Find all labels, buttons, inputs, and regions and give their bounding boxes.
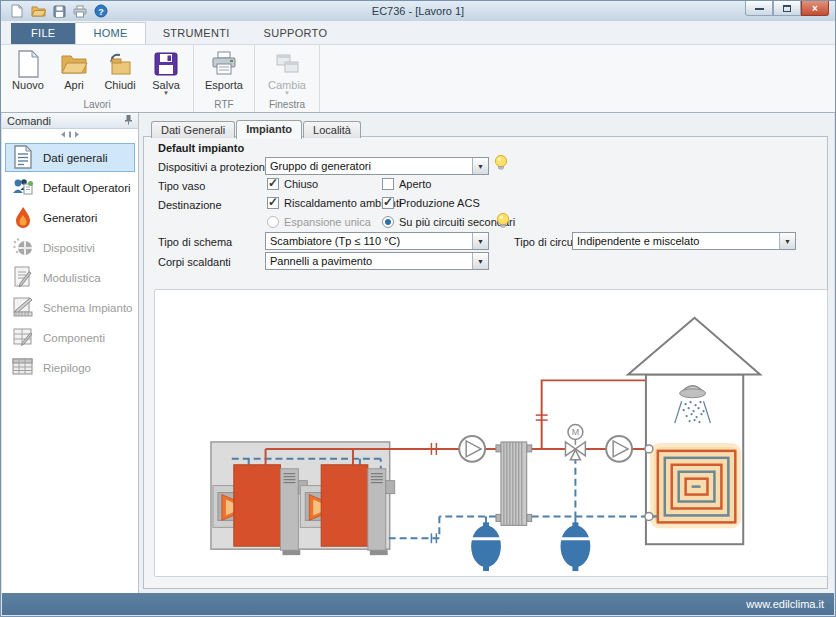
sidebar-item-modulistica[interactable]: Modulistica: [5, 263, 135, 292]
document-tab-strip: Dati Generali Impianto Località: [151, 119, 362, 138]
destinazione-label: Destinazione: [158, 199, 222, 211]
ribbon: Nuovo Apri Chiudi: [1, 45, 835, 113]
pin-icon[interactable]: [124, 114, 133, 127]
heat-exchanger-icon: [496, 442, 532, 525]
schema-select[interactable]: Scambiatore (Tp ≤ 110 °C) ▼: [265, 232, 489, 250]
dropdown-arrow-icon[interactable]: ▼: [472, 233, 488, 249]
protection-value: Gruppo di generatori: [266, 158, 472, 174]
chiuso-checkbox[interactable]: [267, 178, 279, 190]
esporta-button[interactable]: Esporta: [198, 47, 250, 91]
status-bar: www.edilclima.it: [2, 593, 834, 615]
titlebar: ? EC736 - [Lavoro 1] ×: [1, 1, 835, 21]
window-title: EC736 - [Lavoro 1]: [1, 5, 835, 17]
operators-icon: [11, 175, 35, 201]
tab-home[interactable]: HOME: [75, 22, 145, 44]
apri-button[interactable]: Apri: [51, 47, 97, 91]
summary-icon: [11, 355, 35, 381]
sidebar-items: Dati generali Default Operatori Generato…: [2, 140, 138, 593]
sidebar-item-default-operatori[interactable]: Default Operatori: [5, 173, 135, 202]
aperto-checkbox-row[interactable]: Aperto: [382, 178, 431, 190]
ribbon-group-finestra: Cambia ▼ Finestra: [255, 45, 320, 112]
maximize-button[interactable]: [773, 1, 801, 16]
edilclima-link[interactable]: www.edilclima.it: [746, 598, 824, 610]
minimize-button[interactable]: [745, 1, 773, 16]
group-label-rtf: RTF: [198, 98, 250, 112]
salva-dropdown-arrow-icon[interactable]: ▼: [163, 91, 169, 95]
sidebar-item-label: Dati generali: [43, 152, 108, 164]
impianto-tab-page: Default impianto Dispositivi a protezion…: [143, 136, 828, 589]
apri-label: Apri: [64, 79, 84, 91]
open-folder-icon: [60, 49, 88, 79]
espansione-label: Espansione unica: [284, 216, 371, 228]
ribbon-tab-strip: FILE HOME STRUMENTI SUPPORTO: [1, 21, 835, 45]
plant-schematic: M: [155, 290, 827, 576]
components-icon: [11, 325, 35, 351]
sidebar-item-label: Componenti: [43, 332, 105, 344]
plant-schematic-diagram: M: [154, 289, 828, 577]
group-label-finestra: Finestra: [259, 98, 315, 112]
forms-icon: [11, 265, 35, 291]
svg-text:M: M: [572, 427, 579, 437]
cambia-dropdown-arrow-icon: ▼: [284, 91, 290, 95]
primary-pump-icon: [459, 436, 485, 462]
nuovo-button[interactable]: Nuovo: [5, 47, 51, 91]
sidebar-item-generatori[interactable]: Generatori: [5, 203, 135, 232]
tab-impianto[interactable]: Impianto: [236, 120, 302, 139]
tab-supporto[interactable]: SUPPORTO: [247, 23, 345, 44]
dropdown-arrow-icon[interactable]: ▼: [472, 158, 488, 174]
ribbon-group-rtf: Esporta RTF: [194, 45, 255, 112]
sidebar-item-label: Riepilogo: [43, 362, 91, 374]
floor-heating-coil-icon: [649, 443, 741, 528]
vaso-label: Tipo vaso: [158, 180, 205, 192]
corpi-value: Pannelli a pavimento: [266, 253, 472, 269]
expansion-vessel-2-icon: [561, 516, 591, 571]
sidebar-item-schema-impianto[interactable]: Schema Impianto: [5, 293, 135, 322]
sidebar-item-label: Schema Impianto: [43, 302, 133, 314]
espansione-radio[interactable]: [267, 216, 279, 228]
collapse-panel-handle[interactable]: [2, 129, 138, 140]
tab-file[interactable]: FILE: [11, 23, 75, 44]
flame-icon: [11, 205, 35, 231]
sidebar-item-label: Default Operatori: [43, 182, 131, 194]
aperto-label: Aperto: [399, 178, 431, 190]
hint-bulb-icon[interactable]: [494, 154, 508, 175]
schematic-icon: [11, 295, 35, 321]
sidebar-item-riepilogo[interactable]: Riepilogo: [5, 353, 135, 382]
hint-bulb-icon[interactable]: [496, 212, 510, 233]
sidebar-item-componenti[interactable]: Componenti: [5, 323, 135, 352]
group-label-lavori: Lavori: [5, 98, 189, 112]
aperto-checkbox[interactable]: [382, 178, 394, 190]
sidebar-item-dispositivi[interactable]: Dispositivi: [5, 233, 135, 262]
app-window: ? EC736 - [Lavoro 1] × FILE HOME STRUMEN…: [0, 0, 836, 617]
schema-label: Tipo di schema: [158, 236, 232, 248]
section-title: Default impianto: [158, 142, 244, 154]
espansione-radio-row[interactable]: Espansione unica: [267, 216, 371, 228]
windows-icon: [274, 49, 300, 79]
motorized-mixing-valve-icon: M: [565, 425, 585, 460]
salva-button[interactable]: Salva ▼: [143, 47, 189, 95]
corpi-select[interactable]: Pannelli a pavimento ▼: [265, 252, 489, 270]
close-work-icon: [106, 49, 134, 79]
close-button[interactable]: ×: [801, 1, 829, 16]
dropdown-arrow-icon[interactable]: ▼: [472, 253, 488, 269]
circuiti-radio[interactable]: [382, 216, 394, 228]
produzione-acs-checkbox-row[interactable]: Produzione ACS: [382, 197, 480, 209]
circuito-select[interactable]: Indipendente e miscelato ▼: [572, 232, 796, 250]
chiudi-label: Chiudi: [104, 79, 135, 91]
protection-select[interactable]: Gruppo di generatori ▼: [265, 157, 489, 175]
sidebar-item-label: Dispositivi: [43, 242, 95, 254]
sidebar-item-dati-generali[interactable]: Dati generali: [5, 143, 135, 172]
cambia-button[interactable]: Cambia ▼: [259, 47, 315, 95]
riscaldamento-checkbox[interactable]: [267, 197, 279, 209]
chiudi-button[interactable]: Chiudi: [97, 47, 143, 91]
tab-dati-generali[interactable]: Dati Generali: [151, 121, 235, 138]
schema-value: Scambiatore (Tp ≤ 110 °C): [266, 233, 472, 249]
save-icon: [153, 49, 179, 79]
main-area: Dati Generali Impianto Località Default …: [139, 113, 834, 593]
dropdown-arrow-icon[interactable]: ▼: [779, 233, 795, 249]
tab-localita[interactable]: Località: [303, 121, 361, 138]
tab-strumenti[interactable]: STRUMENTI: [146, 23, 247, 44]
chiuso-checkbox-row[interactable]: Chiuso: [267, 178, 318, 190]
produzione-acs-checkbox[interactable]: [382, 197, 394, 209]
chiuso-label: Chiuso: [284, 178, 318, 190]
